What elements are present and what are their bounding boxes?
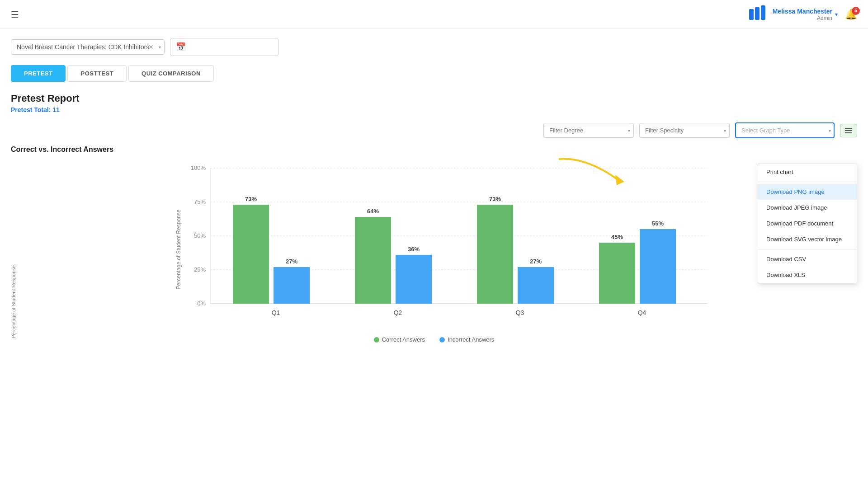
specialty-arrow-icon: ▾ [724,128,726,133]
context-menu-download-csv[interactable]: Download CSV [758,251,857,267]
date-filter[interactable]: 📅 [170,38,278,56]
bar-q1-incorrect [274,267,310,304]
report-total: Pretest Total: 11 [11,106,857,113]
course-arrow-icon: ▾ [159,45,161,50]
annotation-area: Print chart Download PNG image Download … [667,164,857,283]
filters-row: Novel Breast Cancer Therapies: CDK Inhib… [11,38,857,56]
graph-type-select[interactable]: Select Graph Type [735,122,835,138]
bar-q3-incorrect [518,267,554,304]
graph-type-wrapper: Select Graph Type ▾ [735,122,835,138]
user-info-text: Melissa Manchester Admin [773,8,832,21]
degree-arrow-icon: ▾ [628,128,630,133]
course-filter-wrapper: Novel Breast Cancer Therapies: CDK Inhib… [11,39,165,55]
notification-bell[interactable]: 🔔 5 [845,9,857,20]
chart-title: Correct vs. Incorrect Answers [11,145,857,154]
bar-q3-correct [477,205,513,304]
context-menu-divider-2 [758,249,857,249]
tab-pretest[interactable]: PRETEST [11,65,66,82]
svg-text:27%: 27% [286,258,297,265]
context-menu-divider-1 [758,182,857,182]
main-content: Novel Breast Cancer Therapies: CDK Inhib… [0,29,868,352]
svg-rect-0 [749,9,754,20]
chart-controls: Filter Degree ▾ Filter Specialty ▾ Selec… [11,122,857,138]
svg-text:64%: 64% [367,208,379,215]
course-clear-icon[interactable]: ✕ [148,43,154,51]
context-menu-download-xls[interactable]: Download XLS [758,267,857,283]
user-chevron-icon[interactable]: ▾ [835,11,838,18]
calendar-icon: 📅 [176,42,186,52]
legend-correct-dot [374,337,379,343]
bar-q2-incorrect [396,255,432,304]
top-right-area: Melissa Manchester Admin ▾ 🔔 5 [749,5,857,23]
graph-type-arrow-icon: ▾ [829,128,831,133]
svg-text:Q1: Q1 [272,309,280,316]
filter-specialty-select[interactable]: Filter Specialty [639,123,730,138]
context-menu-download-pdf[interactable]: Download PDF document [758,216,857,231]
svg-text:55%: 55% [652,220,664,227]
top-bar: ☰ Melissa Manchester Admin ▾ 🔔 5 [0,0,868,29]
tab-quiz-comparison[interactable]: QUIZ COMPARISON [128,65,214,82]
svg-text:36%: 36% [408,246,420,253]
svg-marker-28 [615,175,624,185]
legend-correct: Correct Answers [374,336,425,343]
svg-text:Q2: Q2 [394,309,402,316]
svg-text:Q3: Q3 [516,309,524,316]
user-name: Melissa Manchester [773,8,832,15]
svg-text:Percentage of Student Response: Percentage of Student Response [175,209,182,289]
legend-incorrect: Incorrect Answers [439,336,494,343]
bar-q4-correct [599,243,635,304]
bar-q1-correct [233,205,269,304]
filter-specialty-wrapper: Filter Specialty ▾ [639,123,730,138]
context-menu-download-svg[interactable]: Download SVG vector image [758,231,857,247]
svg-text:73%: 73% [245,196,257,202]
menu-line-3 [845,132,852,133]
svg-text:Q4: Q4 [638,309,646,316]
chart-context-menu: Print chart Download PNG image Download … [758,164,857,283]
y-axis-label: Percentage of Student Response [11,265,16,338]
legend-incorrect-label: Incorrect Answers [448,336,494,343]
svg-text:73%: 73% [489,196,501,202]
user-role: Admin [817,15,832,21]
svg-text:45%: 45% [611,234,623,240]
filter-degree-wrapper: Filter Degree ▾ [543,123,634,138]
tabs-row: PRETEST POSTTEST QUIZ COMPARISON [11,65,857,82]
svg-text:25%: 25% [194,266,206,273]
svg-rect-1 [755,7,760,20]
arrow-annotation [550,155,640,192]
app-logo-icon [749,5,765,23]
legend-incorrect-dot [439,337,445,343]
legend-correct-label: Correct Answers [382,336,425,343]
context-menu-download-png[interactable]: Download PNG image [758,184,857,200]
svg-text:27%: 27% [530,258,542,265]
course-select[interactable]: Novel Breast Cancer Therapies: CDK Inhib… [11,39,165,55]
context-menu-download-jpeg[interactable]: Download JPEG image [758,200,857,216]
chart-menu-button[interactable] [840,124,857,137]
bar-q2-correct [355,217,391,304]
chart-legend: Correct Answers Incorrect Answers [11,336,857,343]
chart-section: Correct vs. Incorrect Answers Percentage… [11,145,857,343]
svg-text:75%: 75% [194,198,206,205]
user-profile[interactable]: Melissa Manchester Admin ▾ [773,8,838,21]
menu-line-1 [845,128,852,129]
filter-degree-select[interactable]: Filter Degree [543,123,634,138]
notification-badge: 5 [852,7,860,15]
svg-text:0%: 0% [197,300,206,307]
context-menu-print[interactable]: Print chart [758,164,857,180]
report-title: Pretest Report [11,93,857,104]
svg-text:100%: 100% [191,164,206,171]
menu-line-2 [845,130,852,131]
tab-posttest[interactable]: POSTTEST [67,65,127,82]
svg-text:50%: 50% [194,232,206,239]
hamburger-menu-icon[interactable]: ☰ [11,9,19,20]
svg-rect-2 [761,5,765,20]
